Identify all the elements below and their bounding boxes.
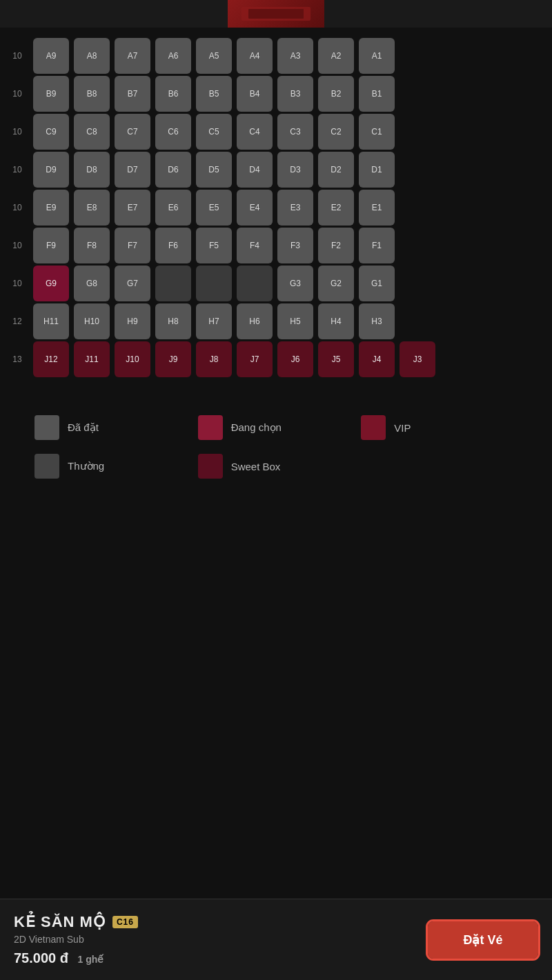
- seat-empty: [440, 114, 476, 150]
- seat-H4[interactable]: H4: [318, 303, 354, 339]
- seat-J10[interactable]: J10: [115, 341, 150, 377]
- seat-D9[interactable]: D9: [33, 152, 69, 188]
- seat-E6[interactable]: E6: [155, 190, 191, 226]
- seat-G_e1[interactable]: [155, 266, 191, 301]
- seat-B4[interactable]: B4: [237, 76, 273, 112]
- seat-G3[interactable]: G3: [277, 266, 313, 301]
- row-label: 10: [3, 38, 31, 74]
- seat-H10[interactable]: H10: [74, 303, 110, 339]
- seat-A3[interactable]: A3: [277, 38, 313, 74]
- seat-F8[interactable]: F8: [74, 228, 110, 263]
- seat-H11[interactable]: H11: [33, 303, 69, 339]
- seat-empty: [440, 152, 476, 188]
- seat-C5[interactable]: C5: [196, 114, 232, 150]
- seat-C2[interactable]: C2: [318, 114, 354, 150]
- legend-label-vip: VIP: [394, 422, 411, 434]
- seat-H8[interactable]: H8: [155, 303, 191, 339]
- seat-empty: [440, 38, 476, 74]
- seat-G8[interactable]: G8: [74, 266, 110, 301]
- seat-E8[interactable]: E8: [74, 190, 110, 226]
- seat-E7[interactable]: E7: [115, 190, 150, 226]
- seat-D8[interactable]: D8: [74, 152, 110, 188]
- seat-F4[interactable]: F4: [237, 228, 273, 263]
- seat-B1[interactable]: B1: [359, 76, 395, 112]
- seat-E3[interactable]: E3: [277, 190, 313, 226]
- seat-G_e2[interactable]: [196, 266, 232, 301]
- seat-empty: [481, 303, 517, 339]
- seat-A4[interactable]: A4: [237, 38, 273, 74]
- seat-C7[interactable]: C7: [115, 114, 150, 150]
- seat-A5[interactable]: A5: [196, 38, 232, 74]
- seat-A7[interactable]: A7: [115, 38, 150, 74]
- seat-J12[interactable]: J12: [33, 341, 69, 377]
- seat-G1[interactable]: G1: [359, 266, 395, 301]
- seat-C8[interactable]: C8: [74, 114, 110, 150]
- seat-H6[interactable]: H6: [237, 303, 273, 339]
- row-label: 10: [3, 228, 31, 263]
- seat-D5[interactable]: D5: [196, 152, 232, 188]
- seat-F7[interactable]: F7: [115, 228, 150, 263]
- seat-H3[interactable]: H3: [359, 303, 395, 339]
- seat-E5[interactable]: E5: [196, 190, 232, 226]
- seat-A9[interactable]: A9: [33, 38, 69, 74]
- seat-J5[interactable]: J5: [318, 341, 354, 377]
- seat-G7[interactable]: G7: [115, 266, 150, 301]
- seat-D1[interactable]: D1: [359, 152, 395, 188]
- seat-B3[interactable]: B3: [277, 76, 313, 112]
- seat-F5[interactable]: F5: [196, 228, 232, 263]
- seat-A8[interactable]: A8: [74, 38, 110, 74]
- seat-E1[interactable]: E1: [359, 190, 395, 226]
- seat-empty: [440, 76, 476, 112]
- seat-B2[interactable]: B2: [318, 76, 354, 112]
- seat-F3[interactable]: F3: [277, 228, 313, 263]
- seat-G2[interactable]: G2: [318, 266, 354, 301]
- svg-rect-1: [248, 9, 304, 19]
- seat-J3[interactable]: J3: [400, 341, 435, 377]
- seat-B6[interactable]: B6: [155, 76, 191, 112]
- seat-C1[interactable]: C1: [359, 114, 395, 150]
- seat-H5[interactable]: H5: [277, 303, 313, 339]
- seat-F2[interactable]: F2: [318, 228, 354, 263]
- seat-E9[interactable]: E9: [33, 190, 69, 226]
- top-banner: [0, 0, 552, 28]
- seat-F1[interactable]: F1: [359, 228, 395, 263]
- seat-C9[interactable]: C9: [33, 114, 69, 150]
- movie-info: KẺ SĂN MỘ C16 2D Vietnam Sub 75.000 đ 1 …: [14, 913, 138, 966]
- legend-color-regular: [34, 454, 59, 479]
- seat-B7[interactable]: B7: [115, 76, 150, 112]
- seat-B8[interactable]: B8: [74, 76, 110, 112]
- seat-J11[interactable]: J11: [74, 341, 110, 377]
- seat-J6[interactable]: J6: [277, 341, 313, 377]
- seat-E2[interactable]: E2: [318, 190, 354, 226]
- seat-D7[interactable]: D7: [115, 152, 150, 188]
- row-label: 10: [3, 76, 31, 112]
- row-label: 10: [3, 190, 31, 226]
- seat-A1[interactable]: A1: [359, 38, 395, 74]
- seat-E4[interactable]: E4: [237, 190, 273, 226]
- seat-J8[interactable]: J8: [196, 341, 232, 377]
- seat-B9[interactable]: B9: [33, 76, 69, 112]
- seat-C6[interactable]: C6: [155, 114, 191, 150]
- seat-H7[interactable]: H7: [196, 303, 232, 339]
- seat-J7[interactable]: J7: [237, 341, 273, 377]
- seat-G9[interactable]: G9: [33, 266, 69, 301]
- row-label: 12: [3, 303, 31, 339]
- book-button[interactable]: Đặt Vé: [428, 921, 538, 959]
- seat-C4[interactable]: C4: [237, 114, 273, 150]
- seat-H9[interactable]: H9: [115, 303, 150, 339]
- seat-G_e3[interactable]: [237, 266, 273, 301]
- seat-J9[interactable]: J9: [155, 341, 191, 377]
- seat-F9[interactable]: F9: [33, 228, 69, 263]
- seat-D6[interactable]: D6: [155, 152, 191, 188]
- seat-D3[interactable]: D3: [277, 152, 313, 188]
- seat-C3[interactable]: C3: [277, 114, 313, 150]
- movie-price: 75.000 đ 1 ghế: [14, 950, 138, 966]
- seat-A6[interactable]: A6: [155, 38, 191, 74]
- seat-F6[interactable]: F6: [155, 228, 191, 263]
- seat-A2[interactable]: A2: [318, 38, 354, 74]
- legend-color-selecting: [198, 415, 223, 440]
- seat-D4[interactable]: D4: [237, 152, 273, 188]
- seat-D2[interactable]: D2: [318, 152, 354, 188]
- seat-J4[interactable]: J4: [359, 341, 395, 377]
- seat-B5[interactable]: B5: [196, 76, 232, 112]
